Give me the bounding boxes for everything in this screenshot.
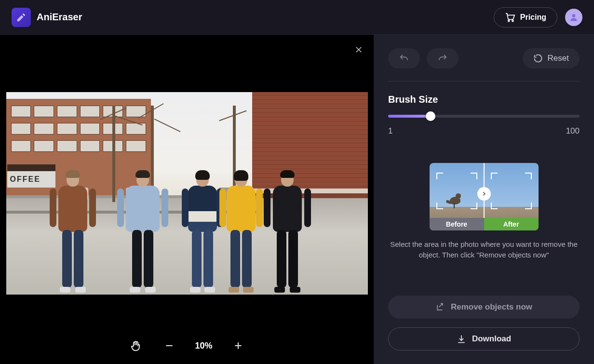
logo-group: AniEraser	[12, 8, 82, 27]
svg-point-0	[508, 20, 510, 21]
zoom-toolbar: 10%	[0, 327, 374, 364]
hand-icon	[130, 340, 141, 351]
zoom-value: 10%	[195, 341, 212, 351]
canvas-area: OFFEE	[0, 35, 374, 364]
panel-actions: Remove objects now Download	[388, 296, 580, 351]
brush-min-label: 1	[388, 126, 392, 136]
plus-icon	[233, 341, 243, 351]
slider-thumb[interactable]	[426, 111, 435, 121]
brush-size-slider[interactable]	[388, 115, 580, 118]
app-header: AniEraser Pricing	[0, 0, 594, 35]
history-buttons	[388, 48, 459, 68]
svg-point-1	[512, 20, 513, 21]
undo-icon	[399, 53, 409, 64]
pricing-label: Pricing	[520, 13, 546, 22]
close-icon	[354, 45, 363, 54]
download-button[interactable]: Download	[388, 327, 580, 351]
zoom-in-button[interactable]	[230, 337, 246, 354]
header-actions: Pricing	[494, 7, 582, 27]
svg-point-2	[572, 14, 576, 17]
user-icon	[569, 13, 579, 22]
pan-hand-button[interactable]	[127, 337, 144, 354]
app-logo-icon	[12, 8, 31, 27]
eraser-icon	[435, 302, 445, 312]
reset-icon	[533, 54, 543, 63]
example-after-label: After	[484, 218, 539, 230]
brush-max-label: 100	[566, 126, 580, 136]
compare-handle[interactable]	[477, 187, 491, 201]
example-bird-icon	[448, 189, 464, 208]
side-panel: Reset Brush Size 1 100	[374, 35, 594, 364]
minus-icon	[164, 341, 174, 351]
main-split: OFFEE	[0, 35, 594, 364]
panel-divider	[388, 81, 580, 81]
app-name: AniEraser	[37, 12, 82, 23]
pricing-button[interactable]: Pricing	[494, 7, 557, 27]
brush-size-title: Brush Size	[388, 94, 580, 105]
panel-top-row: Reset	[388, 48, 580, 68]
example-image: Before After	[430, 163, 539, 230]
slider-fill	[388, 115, 431, 118]
scene-sign-text: OFFEE	[7, 171, 55, 188]
instruction-text: Select the area in the photo where you w…	[388, 239, 580, 260]
download-icon	[457, 334, 466, 344]
redo-icon	[437, 53, 448, 64]
photo-canvas[interactable]: OFFEE	[6, 92, 368, 295]
redo-button[interactable]	[427, 48, 459, 68]
reset-button[interactable]: Reset	[523, 48, 580, 68]
example-section: Before After Select the area in the phot…	[388, 163, 580, 260]
remove-objects-button[interactable]: Remove objects now	[388, 296, 580, 319]
cart-icon	[505, 13, 515, 22]
undo-button[interactable]	[388, 48, 420, 68]
chevron-right-icon	[481, 190, 487, 197]
remove-objects-label: Remove objects now	[451, 302, 532, 312]
download-label: Download	[472, 334, 511, 344]
zoom-out-button[interactable]	[161, 337, 177, 354]
canvas-holder[interactable]: OFFEE	[0, 35, 374, 327]
close-button[interactable]	[352, 43, 365, 56]
reset-label: Reset	[548, 54, 569, 63]
brush-range-labels: 1 100	[388, 126, 580, 136]
user-avatar[interactable]	[565, 9, 582, 26]
example-before-label: Before	[430, 218, 484, 230]
